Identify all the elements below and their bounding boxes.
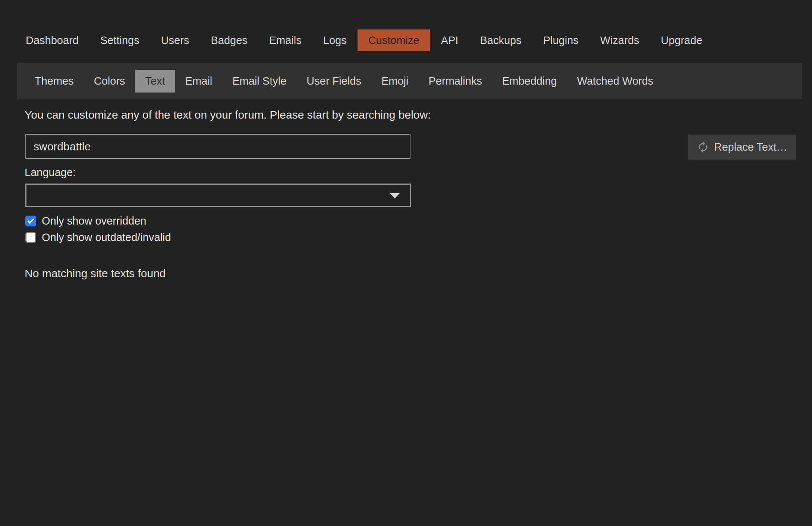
nav-item-settings[interactable]: Settings xyxy=(89,29,150,51)
nav-item-wizards[interactable]: Wizards xyxy=(589,29,650,51)
intro-text: You can customize any of the text on you… xyxy=(25,109,431,121)
nav-item-plugins[interactable]: Plugins xyxy=(532,29,589,51)
nav-item-backups[interactable]: Backups xyxy=(469,29,532,51)
tab-text[interactable]: Text xyxy=(135,70,175,93)
tab-emoji[interactable]: Emoji xyxy=(371,70,419,93)
tab-embedding[interactable]: Embedding xyxy=(492,70,567,93)
only-show-outdated-checkbox[interactable] xyxy=(25,232,36,243)
customize-sub-nav: Themes Colors Text Email Email Style Use… xyxy=(17,63,802,99)
chevron-down-icon xyxy=(390,193,400,198)
no-results-message: No matching site texts found xyxy=(25,267,166,280)
admin-top-nav: Dashboard Settings Users Badges Emails L… xyxy=(15,29,713,51)
only-show-outdated-row: Only show outdated/invalid xyxy=(25,232,171,243)
only-show-overridden-label: Only show overridden xyxy=(42,215,146,227)
only-show-overridden-row: Only show overridden xyxy=(25,215,146,226)
nav-item-customize[interactable]: Customize xyxy=(358,29,430,51)
only-show-overridden-checkbox[interactable] xyxy=(25,216,36,226)
tab-email[interactable]: Email xyxy=(175,70,223,93)
tab-colors[interactable]: Colors xyxy=(84,70,135,93)
replace-text-button-label: Replace Text… xyxy=(714,141,787,153)
tab-email-style[interactable]: Email Style xyxy=(222,70,296,93)
refresh-icon xyxy=(697,141,709,153)
replace-text-button[interactable]: Replace Text… xyxy=(688,135,796,160)
admin-customize-text-page: { "colors": { "page_background": "#23232… xyxy=(0,0,812,526)
nav-item-api[interactable]: API xyxy=(430,29,469,51)
language-select[interactable] xyxy=(25,184,411,207)
nav-item-upgrade[interactable]: Upgrade xyxy=(650,29,713,51)
only-show-outdated-label: Only show outdated/invalid xyxy=(42,231,171,244)
nav-item-emails[interactable]: Emails xyxy=(258,29,312,51)
checkmark-icon xyxy=(26,217,35,225)
nav-item-dashboard[interactable]: Dashboard xyxy=(15,29,89,51)
nav-item-logs[interactable]: Logs xyxy=(312,29,358,51)
site-text-search-input[interactable] xyxy=(25,134,410,159)
nav-item-users[interactable]: Users xyxy=(150,29,200,51)
language-label: Language: xyxy=(25,166,76,179)
nav-item-badges[interactable]: Badges xyxy=(200,29,258,51)
tab-watched-words[interactable]: Watched Words xyxy=(567,70,664,93)
tab-themes[interactable]: Themes xyxy=(25,70,84,93)
tab-permalinks[interactable]: Permalinks xyxy=(419,70,492,93)
tab-user-fields[interactable]: User Fields xyxy=(296,70,371,93)
